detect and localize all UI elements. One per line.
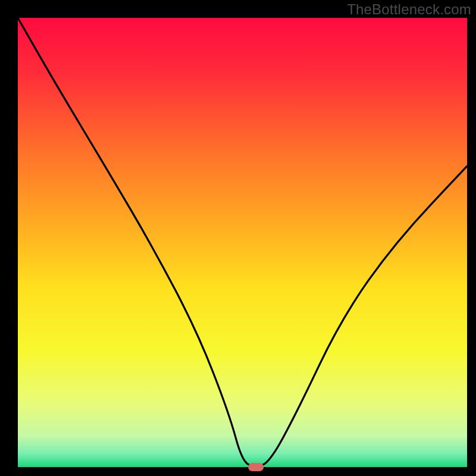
- plot-background: [18, 18, 467, 467]
- chart-frame: { "watermark": "TheBottleneck.com", "cha…: [0, 0, 476, 476]
- bottleneck-chart: [0, 0, 476, 476]
- optimal-marker: [248, 463, 264, 471]
- watermark-text: TheBottleneck.com: [347, 1, 471, 18]
